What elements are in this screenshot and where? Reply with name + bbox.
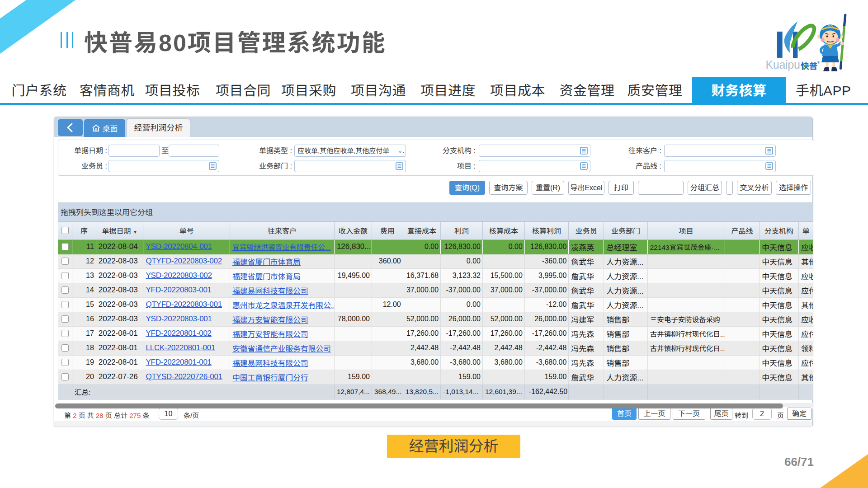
svg-text:®: ® xyxy=(817,61,820,65)
svg-text:Kuaipu: Kuaipu xyxy=(766,58,800,71)
svg-text:2: 2 xyxy=(803,63,806,70)
